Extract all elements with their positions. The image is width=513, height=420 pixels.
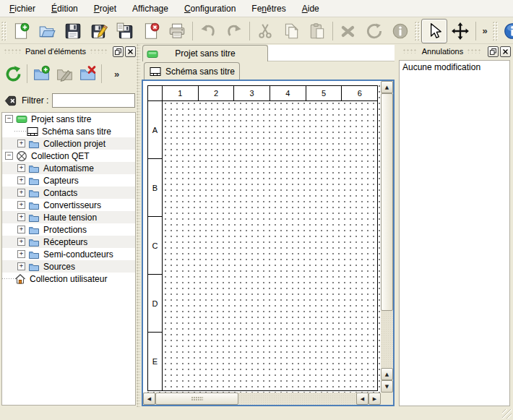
scroll-up-button[interactable]: ▲	[381, 81, 393, 93]
panel-toolbar-overflow-button[interactable]: »	[114, 69, 119, 80]
undo-list-item[interactable]: Aucune modification	[400, 61, 509, 74]
diagram-tab[interactable]: Schéma sans titre	[144, 62, 240, 80]
float-dock-button[interactable]	[488, 46, 499, 57]
tree-item-collection-qet[interactable]: −Collection QET	[2, 150, 135, 162]
tree-item-sources[interactable]: +Sources	[2, 260, 135, 273]
horizontal-scrollbar[interactable]: ◀ ◀ ▶	[143, 393, 381, 405]
menu-aide[interactable]: Aide	[294, 1, 327, 16]
resize-grip[interactable]	[502, 409, 512, 419]
frame-body: ABCDE	[148, 101, 377, 390]
tree-item-collection-utilisateur[interactable]: Collection utilisateur	[2, 273, 135, 285]
cut-button[interactable]	[252, 19, 278, 43]
toolbar-separator	[475, 22, 476, 40]
filter-label: Filtrer :	[22, 95, 48, 106]
print-button[interactable]	[164, 19, 190, 43]
tree-expander-plus[interactable]: +	[17, 226, 25, 233]
save-as-button[interactable]	[86, 19, 112, 43]
close-dock-button[interactable]	[125, 46, 136, 57]
tree-item-contacts[interactable]: +Contacts	[2, 187, 135, 199]
save-button[interactable]	[60, 19, 86, 43]
tree-expander-plus[interactable]: +	[17, 201, 25, 209]
tree-expander-plus[interactable]: +	[17, 189, 25, 197]
diagram-canvas[interactable]: 123456 ABCDE	[143, 81, 381, 393]
menu-projet[interactable]: Projet	[86, 1, 124, 16]
tree-item-convertisseurs[interactable]: +Convertisseurs	[2, 199, 135, 211]
info-gray-icon	[391, 22, 410, 40]
reload-collections-button[interactable]	[1, 62, 25, 85]
horizontal-scroll-thumb[interactable]	[155, 393, 238, 405]
tree-expander-minus[interactable]: −	[5, 115, 13, 123]
tree-item-label: Automatisme	[43, 163, 94, 173]
tree-expander-plus[interactable]: +	[17, 250, 25, 258]
scroll-left-button[interactable]: ◀	[143, 393, 155, 405]
tree-expander-plus[interactable]: +	[17, 164, 25, 172]
new-category-button[interactable]	[30, 62, 53, 85]
clear-filter-button[interactable]	[3, 93, 18, 108]
edit-category-button[interactable]	[53, 62, 76, 85]
scroll-right-button[interactable]: ▶	[368, 393, 381, 405]
tree-expander-plus[interactable]: +	[17, 262, 25, 270]
scroll-left-button-2[interactable]: ◀	[356, 393, 368, 405]
tree-item-projet-sans-titre[interactable]: −Projet sans titre	[2, 113, 135, 125]
elements-panel-titlebar[interactable]: Panel d'éléments	[0, 44, 138, 59]
element-information-button[interactable]	[387, 19, 413, 43]
paste-button[interactable]	[304, 19, 330, 43]
scroll-up-button-2[interactable]: ▲	[381, 368, 393, 380]
menu-fenetres[interactable]: Fenêtres	[243, 1, 293, 16]
about-info-button[interactable]	[499, 19, 513, 43]
folder-icon	[28, 212, 40, 223]
tree-indent	[2, 174, 14, 187]
filter-input[interactable]	[52, 93, 135, 108]
tree-item-label: Capteurs	[43, 176, 79, 186]
tree-indent	[2, 248, 14, 260]
tree-item-capteurs[interactable]: +Capteurs	[2, 174, 135, 187]
folder-icon	[28, 261, 40, 273]
vertical-scrollbar[interactable]: ▲ ▲ ▼	[381, 81, 393, 393]
new-document-button[interactable]	[8, 19, 34, 43]
redo-button[interactable]	[221, 19, 247, 43]
print-icon	[168, 22, 186, 40]
save-all-button[interactable]	[112, 19, 138, 43]
close-dock-button[interactable]	[500, 46, 511, 57]
tree-item-recepteurs[interactable]: +Récepteurs	[2, 236, 135, 248]
tree-item-collection-projet[interactable]: +Collection projet	[2, 137, 135, 150]
folder-icon	[28, 236, 40, 248]
copy-button[interactable]	[278, 19, 304, 43]
delete-category-button[interactable]	[76, 62, 99, 85]
scroll-down-button[interactable]: ▼	[381, 380, 393, 393]
tree-expander-plus[interactable]: +	[17, 238, 25, 246]
elements-panel-title: Panel d'éléments	[25, 47, 86, 56]
float-dock-button[interactable]	[113, 46, 124, 57]
project-tab[interactable]: Projet sans titre	[142, 45, 268, 61]
menu-configuration[interactable]: Configuration	[176, 1, 243, 16]
close-file-button[interactable]	[138, 19, 164, 43]
toolbar-handle[interactable]	[493, 22, 498, 40]
toolbar-handle[interactable]	[1, 22, 7, 40]
frame-column-label: 3	[234, 86, 270, 100]
move-tool-button[interactable]	[447, 19, 473, 43]
frame-row-label: B	[148, 159, 162, 217]
tree-item-automatisme[interactable]: +Automatisme	[2, 162, 135, 174]
menu-fichier[interactable]: Fichier	[1, 1, 43, 16]
tree-item-protections[interactable]: +Protections	[2, 223, 135, 236]
undo-panel-titlebar[interactable]: Annulations	[399, 44, 512, 59]
tree-expander-minus[interactable]: −	[5, 152, 13, 160]
move-tool-icon	[451, 22, 470, 40]
menu-affichage[interactable]: Affichage	[124, 1, 176, 16]
delete-button[interactable]	[335, 19, 361, 43]
toolbar-handle[interactable]	[415, 22, 420, 40]
tree-item-schema-sans-titre[interactable]: Schéma sans titre	[2, 125, 135, 137]
dock-splitter[interactable]	[137, 44, 140, 407]
undo-button[interactable]	[195, 19, 221, 43]
select-tool-button[interactable]	[421, 19, 447, 43]
open-project-button[interactable]	[34, 19, 60, 43]
tree-item-semi-conducteurs[interactable]: +Semi-conducteurs	[2, 248, 135, 260]
tree-expander-plus[interactable]: +	[17, 140, 25, 147]
tree-expander-plus[interactable]: +	[17, 176, 25, 184]
tree-expander-plus[interactable]: +	[17, 213, 25, 221]
menu-edition[interactable]: Édition	[43, 1, 86, 16]
vertical-scroll-thumb[interactable]	[381, 93, 393, 311]
tree-item-haute-tension[interactable]: +Haute tension	[2, 211, 135, 223]
toolbar-overflow-button[interactable]: »	[478, 19, 491, 43]
rotate-button[interactable]	[361, 19, 387, 43]
